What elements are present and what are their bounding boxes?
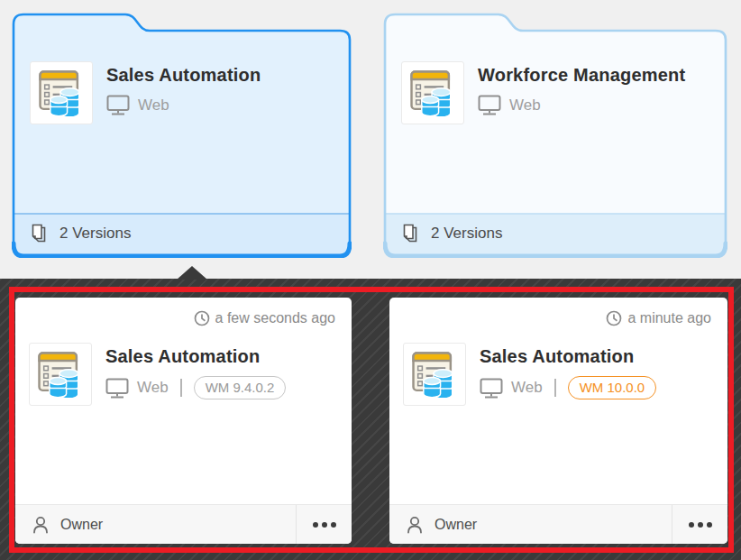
- platform-label: Web: [509, 96, 541, 115]
- monitor-icon: [478, 95, 501, 115]
- folder-card-workforce-management[interactable]: Workforce Management Web 2 Versions: [383, 13, 727, 258]
- version-card-content: Sales Automation Web WM 9.4.0.2: [29, 343, 286, 406]
- last-modified-timestamp: a minute ago: [606, 310, 711, 326]
- app-icon-tile: [403, 343, 466, 406]
- owner-info: Owner: [15, 505, 296, 544]
- owner-info: Owner: [389, 505, 672, 544]
- app-icon-tile: [401, 61, 464, 124]
- folder-title: Workforce Management: [478, 65, 685, 86]
- person-icon: [405, 515, 425, 535]
- more-options-button[interactable]: [296, 505, 352, 544]
- pages-icon: [30, 224, 48, 243]
- version-card-title: Sales Automation: [105, 346, 286, 367]
- version-badge: WM 9.4.0.2: [194, 376, 287, 399]
- ellipsis-icon: [698, 522, 703, 528]
- monitor-icon: [480, 378, 503, 399]
- divider: [554, 379, 556, 397]
- ellipsis-icon: [322, 522, 327, 528]
- versions-count-label: 2 Versions: [59, 225, 131, 243]
- ellipsis-icon: [707, 522, 712, 528]
- pages-icon: [401, 224, 419, 243]
- platform-label: Web: [511, 379, 543, 397]
- monitor-icon: [106, 95, 130, 115]
- version-badge: WM 10.0.0: [568, 376, 657, 399]
- version-card-footer: Owner: [389, 504, 727, 544]
- more-options-button[interactable]: [672, 505, 727, 544]
- clock-icon: [194, 310, 210, 326]
- owner-label: Owner: [60, 517, 103, 533]
- platform-label: Web: [137, 379, 169, 397]
- version-card-content: Sales Automation Web WM 10.0.0: [403, 343, 656, 406]
- app-window-database-icon: [407, 346, 462, 402]
- panel-pointer-arrow: [177, 266, 207, 280]
- monitor-icon: [105, 378, 129, 399]
- version-card-footer: Owner: [15, 504, 352, 544]
- person-icon: [31, 515, 50, 535]
- folder-card-content: Workforce Management Web: [401, 61, 685, 124]
- ellipsis-icon: [689, 522, 694, 528]
- last-modified-timestamp: a few seconds ago: [194, 310, 335, 326]
- version-card-wm-9402[interactable]: a few seconds ago: [15, 298, 352, 544]
- timestamp-text: a few seconds ago: [215, 310, 335, 326]
- app-window-database-icon: [405, 65, 461, 121]
- platform-label: Web: [138, 96, 169, 115]
- folder-card-content: Sales Automation Web: [30, 61, 261, 124]
- version-card-title: Sales Automation: [480, 346, 656, 367]
- app-window-database-icon: [33, 65, 89, 121]
- folder-versions-footer: 2 Versions: [387, 214, 724, 253]
- ellipsis-icon: [331, 522, 336, 528]
- clock-icon: [606, 310, 622, 326]
- folder-title: Sales Automation: [106, 65, 261, 86]
- ellipsis-icon: [313, 522, 318, 528]
- folder-card-sales-automation[interactable]: Sales Automation Web 2 Versions: [12, 13, 352, 258]
- app-icon-tile: [29, 343, 92, 406]
- versions-count-label: 2 Versions: [431, 225, 502, 243]
- app-window-database-icon: [32, 346, 88, 402]
- version-card-wm-1000[interactable]: a minute ago: [389, 298, 727, 544]
- divider: [180, 379, 182, 397]
- timestamp-text: a minute ago: [627, 310, 711, 326]
- folder-versions-footer: 2 Versions: [15, 214, 348, 253]
- app-versions-page: Sales Automation Web 2 Versions: [0, 0, 741, 560]
- owner-label: Owner: [435, 517, 477, 533]
- app-icon-tile: [30, 61, 93, 124]
